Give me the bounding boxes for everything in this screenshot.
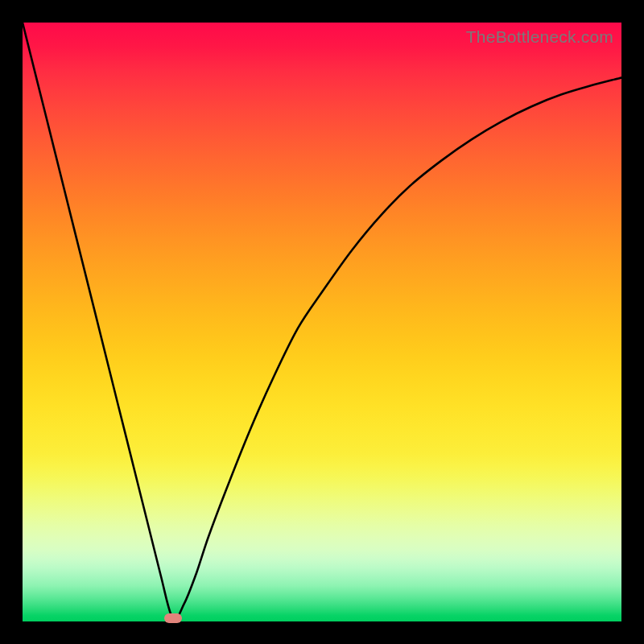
chart-frame: TheBottleneck.com [0, 0, 644, 644]
minimum-marker [164, 613, 182, 623]
bottleneck-curve [23, 23, 621, 621]
plot-area: TheBottleneck.com [23, 23, 621, 621]
